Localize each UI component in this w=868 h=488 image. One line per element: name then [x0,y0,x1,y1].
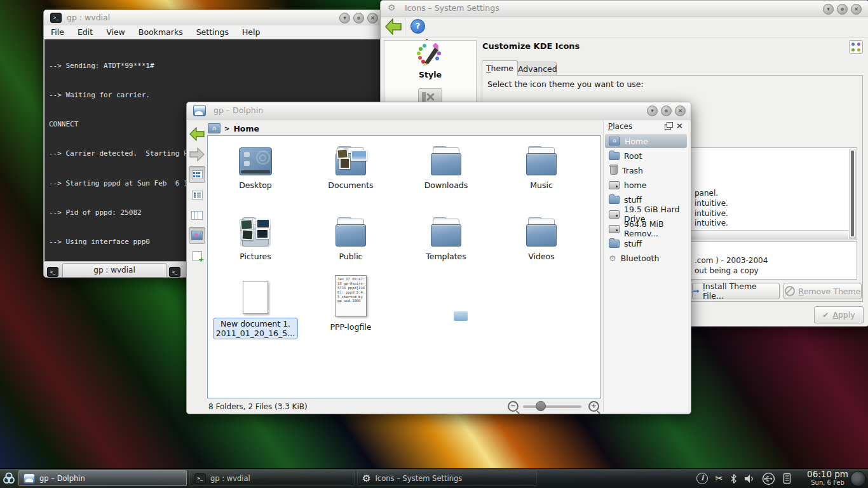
file-item[interactable]: Jan 17 09:47:18 gp-Aspire-5738 pppd[1946… [303,274,398,332]
minimize-icon[interactable]: ▾ [647,105,658,116]
drive-icon [609,210,620,219]
zoom-in-icon[interactable]: + [588,401,599,412]
remove-theme-button[interactable]: Remove Theme [783,283,862,299]
folder-item[interactable]: Public [303,214,398,261]
terminal-titlebar[interactable]: >_ gp : wvdial ▾ × [44,10,388,26]
float-panel-icon[interactable] [665,124,671,130]
clipboard-scissors-icon[interactable]: ✂ [715,473,723,484]
close-panel-icon[interactable]: × [676,121,683,130]
dolphin-icon [193,105,206,116]
folder-label: Documents [303,180,398,190]
icons-view-button[interactable] [189,166,205,183]
task-wvdial[interactable]: >_ gp : wvdial [189,470,355,486]
info-icon[interactable]: i [696,473,708,484]
maximize-icon[interactable] [661,105,672,116]
app-launcher-button[interactable] [1,470,17,487]
theme-list-row[interactable]: intuitive. [695,209,728,218]
place-trash[interactable]: Trash [605,163,687,177]
back-button[interactable] [189,125,205,142]
place-home[interactable]: ⌂ Home [605,134,687,148]
volume-icon[interactable] [744,474,755,484]
install-arrow-icon: → [693,287,699,295]
settings-titlebar[interactable]: ⚙ Icons – System Settings ▾ × [381,1,868,17]
maximize-icon[interactable] [353,13,364,24]
menu-help[interactable]: Help [242,27,261,37]
folder-item[interactable]: Desktop [208,142,303,190]
terminal-tab[interactable]: gp : wvdial [62,263,166,277]
dolphin-titlebar[interactable]: gp – Dolphin ▾ × [187,102,691,119]
close-icon[interactable]: × [675,105,686,116]
select-theme-label: Select the icon theme you want to use: [487,79,644,89]
tab-list-button[interactable]: >_ [169,264,180,277]
place-removable[interactable]: 964.8 MiB Remov... [605,222,687,236]
menu-view[interactable]: View [106,27,125,37]
place-root[interactable]: Root [605,149,687,163]
file-label: PPP-logfile [303,322,398,332]
install-theme-button[interactable]: → Install Theme File... [692,283,780,299]
apply-button[interactable]: ✔ Apply [814,306,864,323]
task-dolphin[interactable]: gp – Dolphin [18,470,187,486]
back-icon[interactable] [384,18,402,35]
drive-icon [609,181,620,189]
folder-item[interactable]: Documents [303,142,398,190]
theme-list-row[interactable]: intuitive. [695,199,728,208]
digital-clock[interactable]: 06:10 pm Sun, 6 Feb [807,470,848,486]
breadcrumb-home[interactable]: Home [233,124,259,133]
folder-item[interactable]: Pictures [208,214,303,261]
toolbar-separator [405,18,405,35]
place-stuff2[interactable]: stuff [605,236,687,250]
terminal-icon: >_ [50,13,62,23]
folder-icon [431,147,461,175]
scrollbar[interactable] [849,149,856,239]
help-icon[interactable]: ? [410,19,425,34]
details-view-button[interactable] [189,186,205,203]
sidebar-item-style[interactable]: Style [384,41,476,79]
maximize-icon[interactable] [837,4,848,15]
menu-bookmarks[interactable]: Bookmarks [139,27,183,37]
plasma-toolbox-icon[interactable] [850,471,866,487]
minimize-icon[interactable]: ▾ [823,4,834,15]
back-icon [189,127,205,141]
folder-icon [336,219,366,247]
place-home-drive[interactable]: home [605,178,687,192]
zoom-slider-handle[interactable] [536,401,546,411]
device-notifier-icon[interactable] [782,473,792,484]
split-view-button[interactable]: + [189,247,205,264]
place-bluetooth[interactable]: ⚙ Bluetooth [605,251,687,265]
folder-item[interactable]: Templates [398,214,494,261]
zoom-out-icon[interactable]: − [508,401,519,412]
close-icon[interactable]: × [367,13,378,24]
task-system-settings[interactable]: ⚙ Icons – System Settings [357,470,537,486]
overview-icon[interactable] [849,40,863,54]
home-folder-icon[interactable]: ⌂ [208,123,220,133]
trash-icon [610,166,618,175]
dolphin-icon [24,473,35,484]
forward-button[interactable] [189,146,205,163]
scrollbar-thumb[interactable] [850,149,855,238]
breadcrumb: ⌂ > Home [208,122,259,135]
selected-file-label: New document 1.2011_01_20_16_5... [213,318,298,339]
close-icon[interactable]: × [851,4,862,15]
tab-advanced[interactable]: Advanced [517,62,557,76]
file-view[interactable]: Desktop Documents Downloads [207,135,601,398]
tab-theme[interactable]: Theme [482,60,518,76]
bluetooth-icon[interactable] [730,473,737,484]
folder-item[interactable]: Downloads [398,142,494,190]
zoom-slider-track[interactable] [523,405,581,408]
menu-file[interactable]: File [51,27,64,37]
menu-settings[interactable]: Settings [196,27,229,37]
preview-button[interactable] [189,227,205,244]
theme-list-row[interactable]: intuitive. [695,219,728,227]
file-item-selected[interactable]: New document 1.2011_01_20_16_5... [208,274,303,339]
menu-edit[interactable]: Edit [78,27,93,37]
folder-item[interactable]: Music [494,142,589,190]
columns-view-button[interactable] [189,207,205,224]
minimize-icon[interactable]: ▾ [339,13,350,24]
new-tab-button[interactable]: >_ [47,264,58,277]
folder-icon [526,147,557,175]
taskbar: gp – Dolphin >_ gp : wvdial ⚙ Icons – Sy… [0,468,868,488]
folder-item[interactable]: Videos [494,214,589,261]
usb-device-icon[interactable] [762,472,775,485]
theme-list-row[interactable]: panel. [695,189,718,198]
dolphin-side-toolbar: + [189,125,207,268]
